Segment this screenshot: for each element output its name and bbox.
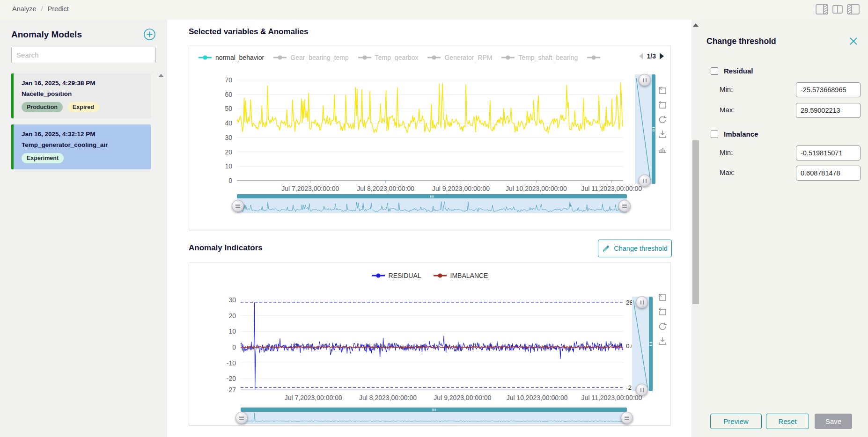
download-icon[interactable]	[657, 129, 668, 139]
model-badges: Experiment	[22, 153, 144, 163]
model-card[interactable]: Jan 16, 2025, 4:29:38 PMNacelle_position…	[11, 73, 151, 118]
legend-item-normal_behavior[interactable]: normal_behavior	[199, 54, 264, 61]
plus-circle-icon[interactable]	[143, 28, 156, 41]
close-icon[interactable]	[849, 36, 858, 46]
svg-text:40: 40	[225, 119, 232, 127]
panel-title: Change threshold	[706, 36, 776, 46]
svg-text:0: 0	[232, 343, 236, 351]
x-range-handle-left[interactable]	[232, 200, 244, 212]
breadcrumb-analyze[interactable]: Analyze	[12, 5, 37, 13]
y-range-bar[interactable]	[649, 297, 653, 391]
residual-checkbox[interactable]	[711, 67, 718, 75]
y-range-handle-bottom[interactable]	[639, 175, 651, 187]
reset-button[interactable]: Reset	[766, 414, 809, 429]
x-range-handle-left[interactable]	[235, 412, 248, 424]
imbalance-max-input[interactable]	[796, 166, 861, 181]
indicators-legend: RESIDUAL IMBALANCE	[189, 270, 670, 281]
legend-item-label: normal_behavior	[215, 54, 264, 61]
legend-item-Temp_shaft_bearing[interactable]: Temp_shaft_bearing	[501, 54, 578, 61]
legend-marker-icon	[199, 55, 212, 60]
refresh-icon[interactable]	[657, 115, 668, 125]
sidebar-title: Anomaly Models	[11, 29, 82, 40]
top-bar: Analyze / Predict	[0, 0, 868, 20]
model-card[interactable]: Jan 16, 2025, 4:32:12 PMTemp_generator_c…	[11, 124, 151, 169]
svg-text:Jul 9,2023,00:00:00: Jul 9,2023,00:00:00	[432, 185, 490, 192]
svg-text:70: 70	[225, 76, 232, 84]
status-badge: Production	[22, 102, 63, 112]
variables-legend: normal_behavior Gear_bearing_temp Temp_g…	[199, 51, 601, 64]
legend-pagination: 1/3	[639, 52, 664, 60]
svg-text:Jul 11,2023,00:00:00: Jul 11,2023,00:00:00	[581, 394, 642, 401]
vertical-scrollbar[interactable]	[691, 20, 700, 437]
y-range-handle-bottom[interactable]	[636, 384, 648, 396]
download-icon[interactable]	[657, 336, 668, 346]
x-range-bar[interactable]	[241, 408, 627, 412]
legend-item-Temp_gearbox[interactable]: Temp_gearbox	[358, 54, 419, 61]
zoom-box-icon[interactable]	[657, 292, 668, 303]
minimap-sparkline	[241, 412, 627, 424]
y-range-handle-top[interactable]	[639, 74, 651, 86]
legend-item-Generator_bearing[interactable]: Generator_bearing	[587, 54, 601, 61]
x-range-bar[interactable]	[237, 194, 627, 198]
model-name: Nacelle_position	[22, 90, 144, 97]
imbalance-checkbox[interactable]	[711, 131, 718, 138]
panel-right-layout-icon[interactable]	[816, 4, 828, 15]
zoom-box-icon[interactable]	[657, 86, 668, 96]
x-range-handle-right[interactable]	[618, 200, 631, 212]
preview-button[interactable]: Preview	[710, 414, 762, 429]
scroll-up-icon[interactable]	[693, 23, 699, 27]
legend-page-label: 1/3	[647, 52, 656, 60]
x-range-handle-right[interactable]	[621, 412, 633, 424]
y-range-diagonal	[632, 297, 649, 391]
residual-group-label: Residual	[724, 67, 753, 75]
legend-item-label: RESIDUAL	[389, 272, 421, 279]
refresh-icon[interactable]	[657, 321, 668, 332]
legend-marker-icon	[372, 273, 385, 278]
residual-max-label: Max:	[720, 106, 735, 114]
residual-min-label: Min:	[720, 85, 733, 93]
status-badge: Experiment	[22, 153, 64, 163]
panel-left-layout-icon[interactable]	[847, 4, 860, 15]
svg-text:0: 0	[228, 177, 232, 184]
legend-prev-icon[interactable]	[639, 53, 643, 59]
model-badges: ProductionExpired	[22, 102, 144, 112]
change-threshold-button[interactable]: Change threshold	[598, 240, 672, 257]
legend-item-Gear_bearing_temp[interactable]: Gear_bearing_temp	[273, 54, 349, 61]
anomaly-models-sidebar: Anomaly Models Jan 16, 2025, 4:29:38 PMN…	[0, 20, 167, 437]
legend-item-label: Generator_RPM	[444, 54, 492, 61]
change-threshold-button-label: Change threshold	[614, 245, 667, 252]
svg-text:10: 10	[225, 162, 232, 170]
y-range-bar[interactable]	[652, 74, 655, 184]
imbalance-min-input[interactable]	[796, 146, 861, 160]
split-layout-icon[interactable]	[832, 5, 843, 14]
svg-text:20: 20	[225, 148, 232, 156]
section-title-selected-variables: Selected variables & Anomalies	[189, 27, 308, 36]
search-input[interactable]	[11, 47, 156, 63]
minimap-sparkline	[237, 198, 627, 213]
histogram-icon[interactable]	[657, 144, 668, 154]
zoom-back-icon[interactable]	[657, 100, 668, 110]
residual-max-input[interactable]	[796, 103, 861, 118]
svg-text:Jul 11,2023,00:00:00: Jul 11,2023,00:00:00	[581, 185, 642, 192]
scroll-caret-up-icon[interactable]	[158, 74, 164, 77]
zoom-back-icon[interactable]	[657, 307, 668, 317]
residual-min-input[interactable]	[796, 82, 861, 97]
legend-item-Generator_RPM[interactable]: Generator_RPM	[427, 54, 492, 61]
legend-next-icon[interactable]	[660, 53, 664, 59]
save-button[interactable]: Save	[815, 414, 852, 429]
x-range-preview[interactable]	[237, 198, 627, 213]
breadcrumb-predict[interactable]: Predict	[48, 5, 69, 13]
change-threshold-panel: Change threshold ResidualMin:Max:Imbalan…	[700, 20, 868, 437]
layout-toggle-group	[816, 4, 860, 15]
model-card-list: Jan 16, 2025, 4:29:38 PMNacelle_position…	[11, 73, 151, 169]
svg-text:30: 30	[228, 296, 236, 304]
y-range-handle-top[interactable]	[636, 296, 648, 308]
svg-text:20: 20	[228, 312, 236, 320]
legend-item-RESIDUAL[interactable]: RESIDUAL	[372, 272, 421, 279]
legend-item-IMBALANCE[interactable]: IMBALANCE	[434, 272, 488, 279]
legend-marker-icon	[273, 55, 287, 60]
scrollbar-thumb[interactable]	[692, 140, 699, 304]
indicators-plot[interactable]: 3020100-10-20-27Jul 7,2023,00:00:00Jul 8…	[189, 262, 669, 424]
status-badge: Expired	[67, 102, 99, 112]
x-range-preview[interactable]	[241, 412, 627, 424]
